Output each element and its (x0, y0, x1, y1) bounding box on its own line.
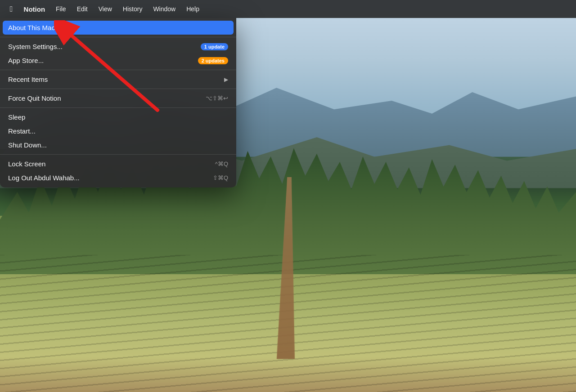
lock-screen-shortcut: ^⌘Q (215, 160, 228, 167)
menu-item-system-settings[interactable]: System Settings... 1 update (0, 40, 236, 53)
separator-3 (0, 89, 236, 89)
shutdown-label: Shut Down... (8, 141, 228, 149)
force-quit-label: Force Quit Notion (8, 94, 206, 102)
menu-item-recent-items[interactable]: Recent Items ▶ (0, 72, 236, 86)
logout-label: Log Out Abdul Wahab... (8, 174, 213, 182)
separator-1 (0, 37, 236, 37)
menubar-history-label: History (123, 5, 143, 13)
menubar-notion-label: Notion (24, 5, 45, 13)
menubar-view-label: View (99, 5, 112, 13)
recent-items-arrow: ▶ (224, 76, 228, 83)
menubar-edit-label: Edit (77, 5, 88, 13)
menu-item-shutdown[interactable]: Shut Down... (0, 138, 236, 152)
menubar-notion[interactable]: Notion (19, 4, 50, 15)
menubar-view[interactable]: View (94, 4, 117, 14)
app-store-badge: 2 updates (198, 57, 228, 64)
apple-dropdown-menu: About This Mac System Settings... 1 upda… (0, 18, 236, 187)
restart-label: Restart... (8, 127, 228, 135)
menubar-file-label: File (56, 5, 66, 13)
force-quit-shortcut: ⌥⇧⌘↩ (206, 95, 228, 102)
menubar-window-label: Window (153, 5, 176, 13)
system-settings-label: System Settings... (8, 43, 201, 50)
menubar-edit[interactable]: Edit (72, 4, 92, 14)
apple-menu-trigger[interactable]:  (5, 3, 18, 16)
menu-item-force-quit[interactable]: Force Quit Notion ⌥⇧⌘↩ (0, 91, 236, 105)
menubar-help[interactable]: Help (182, 4, 204, 14)
menubar-help-label: Help (186, 5, 199, 13)
app-store-label: App Store... (8, 57, 198, 64)
menubar:  Notion File Edit View History Window H… (0, 0, 576, 18)
lock-screen-label: Lock Screen (8, 160, 215, 168)
menu-item-lock-screen[interactable]: Lock Screen ^⌘Q (0, 157, 236, 171)
menu-item-app-store[interactable]: App Store... 2 updates (0, 53, 236, 67)
apple-logo-icon:  (10, 4, 13, 13)
menu-item-about-this-mac[interactable]: About This Mac (3, 21, 234, 35)
menubar-file[interactable]: File (51, 4, 71, 14)
menu-item-logout[interactable]: Log Out Abdul Wahab... ⇧⌘Q (0, 171, 236, 185)
logout-shortcut: ⇧⌘Q (213, 174, 228, 181)
menu-item-sleep[interactable]: Sleep (0, 110, 236, 124)
separator-2 (0, 70, 236, 70)
about-this-mac-label: About This Mac (8, 24, 228, 31)
separator-4 (0, 107, 236, 108)
menu-item-restart[interactable]: Restart... (0, 124, 236, 138)
separator-5 (0, 154, 236, 155)
system-settings-badge: 1 update (201, 43, 228, 50)
sleep-label: Sleep (8, 113, 228, 121)
menubar-history[interactable]: History (118, 4, 147, 14)
menubar-window[interactable]: Window (148, 4, 180, 14)
recent-items-label: Recent Items (8, 76, 224, 83)
